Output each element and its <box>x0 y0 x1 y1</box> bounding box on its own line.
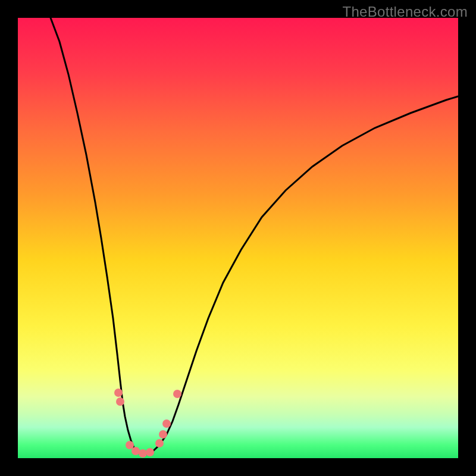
right-curve <box>143 96 458 455</box>
data-point-marker <box>173 390 181 398</box>
data-point-marker <box>155 439 164 447</box>
data-point-marker <box>114 389 123 397</box>
curve-svg <box>18 18 458 458</box>
data-point-marker <box>131 447 140 455</box>
data-point-marker <box>162 419 171 428</box>
plot-area <box>18 18 458 458</box>
data-point-marker <box>126 441 134 449</box>
data-point-marker <box>116 397 124 406</box>
left-curve <box>51 18 143 455</box>
chart-frame: TheBottleneck.com <box>0 0 476 476</box>
data-point-marker <box>146 448 154 456</box>
data-point-marker <box>139 449 147 458</box>
data-point-marker <box>159 430 167 439</box>
